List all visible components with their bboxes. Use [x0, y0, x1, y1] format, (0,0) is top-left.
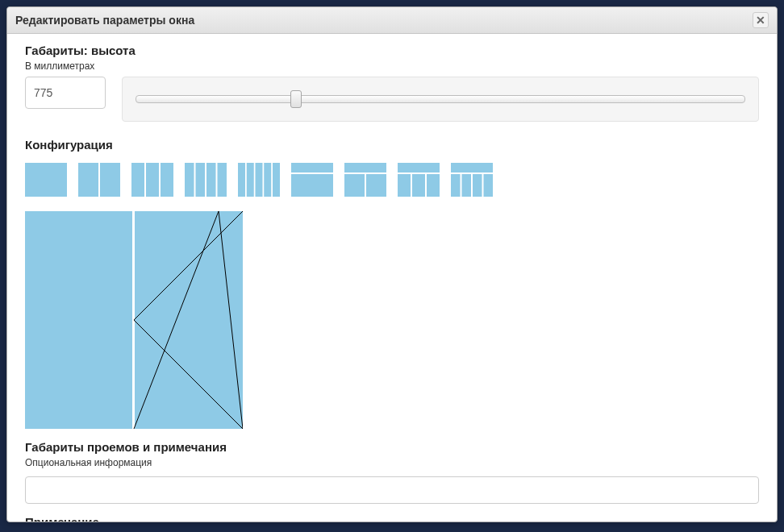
config-option-transom-3[interactable] — [398, 163, 440, 197]
svg-rect-0 — [25, 163, 67, 197]
height-slider[interactable] — [136, 95, 745, 103]
height-input[interactable] — [25, 77, 106, 109]
svg-rect-5 — [161, 163, 173, 197]
svg-rect-2 — [100, 163, 120, 197]
height-row — [25, 77, 759, 122]
height-sub-label: В миллиметрах — [25, 60, 759, 72]
svg-rect-24 — [451, 163, 493, 172]
config-option-transom-1[interactable] — [291, 163, 333, 197]
svg-rect-17 — [344, 163, 386, 172]
svg-rect-20 — [398, 163, 440, 172]
svg-rect-11 — [247, 163, 254, 197]
openings-section-label: Габариты проемов и примечания — [25, 440, 759, 454]
svg-rect-6 — [185, 163, 194, 197]
svg-rect-21 — [398, 174, 411, 197]
svg-rect-3 — [131, 163, 144, 197]
configuration-options — [25, 163, 759, 197]
svg-rect-12 — [256, 163, 263, 197]
svg-rect-16 — [291, 174, 333, 197]
height-slider-box — [122, 77, 759, 122]
svg-rect-28 — [484, 174, 494, 197]
svg-rect-13 — [264, 163, 271, 197]
openings-sub-label: Опциональная информация — [25, 457, 759, 468]
close-icon[interactable]: ✕ — [753, 12, 769, 28]
dialog-body[interactable]: Габариты: высота В миллиметрах Конфигура… — [7, 34, 777, 522]
svg-rect-22 — [412, 174, 425, 197]
svg-rect-29 — [25, 211, 132, 429]
config-option-transom-2[interactable] — [344, 163, 386, 197]
svg-rect-15 — [291, 163, 333, 172]
dialog-title: Редактировать параметры окна — [15, 14, 194, 27]
svg-rect-4 — [146, 163, 159, 197]
window-preview — [25, 211, 243, 429]
svg-rect-1 — [78, 163, 98, 197]
svg-rect-25 — [451, 174, 461, 197]
svg-rect-19 — [366, 174, 386, 197]
config-option-transom-4[interactable] — [451, 163, 493, 197]
svg-rect-18 — [344, 174, 365, 197]
config-option-2pane[interactable] — [78, 163, 120, 197]
config-option-1pane[interactable] — [25, 163, 67, 197]
note-section-label: Примечание — [25, 515, 759, 522]
configuration-section-label: Конфигурация — [25, 138, 759, 152]
config-option-5pane[interactable] — [238, 163, 280, 197]
svg-rect-10 — [238, 163, 245, 197]
svg-rect-14 — [273, 163, 280, 197]
config-option-4pane[interactable] — [185, 163, 227, 197]
svg-rect-30 — [134, 211, 243, 429]
svg-rect-7 — [196, 163, 206, 197]
svg-rect-26 — [462, 174, 472, 197]
config-option-3pane[interactable] — [131, 163, 173, 197]
svg-rect-8 — [206, 163, 216, 197]
dialog: Редактировать параметры окна ✕ Габариты:… — [6, 6, 778, 522]
height-section-label: Габариты: высота — [25, 44, 759, 57]
svg-rect-27 — [473, 174, 482, 197]
dialog-header: Редактировать параметры окна ✕ — [7, 7, 777, 34]
openings-input[interactable] — [25, 476, 759, 504]
svg-rect-23 — [427, 174, 440, 197]
svg-rect-9 — [218, 163, 227, 197]
